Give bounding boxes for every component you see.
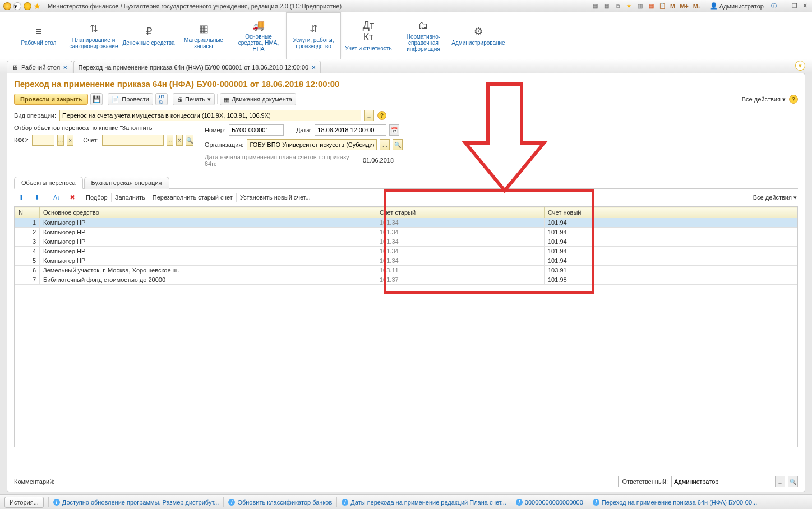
post-button[interactable]: 📄Провести	[108, 93, 153, 105]
select-icon[interactable]: …	[57, 135, 64, 146]
section-services[interactable]: ⇵Услуги, работы, производство	[286, 12, 341, 59]
app-logo-icon[interactable]	[3, 2, 11, 10]
close-button[interactable]: ✕	[801, 2, 809, 10]
org-input[interactable]	[247, 139, 377, 150]
tab-close-icon[interactable]: ×	[312, 64, 315, 71]
table-row[interactable]: 2Компьютер HP101.34101.94	[15, 228, 797, 237]
sb-item[interactable]: 00000000000000000	[525, 499, 583, 506]
sb-item[interactable]: Даты перехода на применение редакций Пла…	[350, 499, 506, 506]
refill-link[interactable]: Перезаполнить старый счет	[153, 194, 233, 201]
nav-stop-icon[interactable]	[24, 2, 31, 10]
col-os[interactable]: Основное средство	[40, 207, 376, 218]
col-n[interactable]: N	[15, 207, 40, 218]
memory-mplus-button[interactable]: M+	[679, 3, 690, 10]
table-row[interactable]: 7Библиотечный фонд стоимостью до 2000010…	[15, 275, 797, 285]
select-icon[interactable]: …	[775, 476, 785, 487]
doc-tabs: 🖥 Рабочий стол × Переход на применение п…	[0, 59, 812, 73]
table-row[interactable]: 1Компьютер HP101.34101.94	[15, 218, 797, 228]
tab-desktop[interactable]: 🖥 Рабочий стол ×	[7, 61, 72, 73]
section-admin[interactable]: ⚙Администрирование	[451, 12, 506, 59]
comment-label: Комментарий:	[14, 478, 54, 485]
arrow-up-icon[interactable]: ⬆	[15, 191, 27, 203]
toolbar-icon-4[interactable]: ▥	[635, 2, 644, 11]
toolbar-star-icon[interactable]: ★	[624, 2, 633, 11]
maximize-button[interactable]: ❐	[791, 2, 799, 10]
col-sn[interactable]: Счет новый	[545, 207, 797, 218]
expand-down-icon[interactable]: ▾	[795, 61, 805, 71]
section-cash[interactable]: ₽Денежные средства	[121, 12, 176, 59]
dtkt-icon[interactable]: ДтКт	[155, 93, 168, 105]
section-assets[interactable]: 🚚Основные средства, НМА, НПА	[231, 12, 286, 59]
kfo-input[interactable]	[32, 135, 54, 146]
history-button[interactable]: История...	[4, 497, 44, 508]
section-planning[interactable]: ⇅Планирование и санкционирование	[66, 12, 121, 59]
select-link[interactable]: Подбор	[86, 194, 108, 201]
table-all-actions[interactable]: Все действия ▾	[753, 194, 797, 201]
minimize-button[interactable]: –	[781, 2, 788, 10]
objects-table[interactable]: N Основное средство Счет старый Счет нов…	[14, 206, 798, 447]
toolbar-calendar-icon[interactable]: 📋	[658, 2, 667, 11]
number-input[interactable]	[229, 124, 284, 136]
titlebar-right: ▦ ▦ ⧉ ★ ▥ ▦ 📋 M M+ M- 👤 Администратор ⓘ …	[590, 2, 809, 11]
operation-input[interactable]	[59, 110, 361, 121]
search-icon[interactable]: 🔍	[393, 139, 403, 150]
section-label: Денежные средства	[122, 40, 174, 46]
save-icon[interactable]: 💾	[90, 93, 103, 105]
setnew-link[interactable]: Установить новый счет...	[240, 194, 311, 201]
favorite-icon[interactable]: ★	[34, 2, 41, 11]
toolbar-icon-3[interactable]: ⧉	[613, 2, 622, 11]
table-row[interactable]: 3Компьютер HP101.34101.94	[15, 237, 797, 247]
toolbar-icon-2[interactable]: ▦	[602, 2, 611, 11]
calendar-icon[interactable]: 📅	[389, 124, 399, 136]
hint-icon[interactable]: ?	[377, 111, 386, 120]
cell-os: Компьютер HP	[40, 247, 376, 256]
comment-input[interactable]	[58, 476, 619, 487]
cell-sn: 101.98	[545, 275, 797, 285]
sb-item[interactable]: Переход на применение приказа 64н (НФА) …	[602, 499, 757, 506]
search-icon[interactable]: 🔍	[186, 135, 193, 146]
section-reports[interactable]: ДтКтУчет и отчетность	[341, 12, 396, 59]
sort-icon[interactable]: A↓	[50, 191, 63, 203]
tab-document[interactable]: Переход на применение приказа 64н (НФА) …	[73, 61, 321, 73]
table-row[interactable]: 4Компьютер HP101.34101.94	[15, 247, 797, 256]
date-input[interactable]	[315, 124, 386, 136]
section-reference[interactable]: 🗂Нормативно-справочная информация	[396, 12, 451, 59]
memory-m-button[interactable]: M	[669, 3, 676, 10]
tab-accounting[interactable]: Бухгалтерская операция	[84, 177, 169, 189]
tab-label: Переход на применение приказа 64н (НФА) …	[79, 64, 309, 71]
arrow-down-icon[interactable]: ⬇	[31, 191, 43, 203]
section-desktop[interactable]: ≡Рабочий стол	[11, 12, 66, 59]
print-button[interactable]: 🖨Печать▾	[173, 93, 215, 105]
sb-item[interactable]: Доступно обновление программы. Размер ди…	[62, 499, 219, 506]
search-icon[interactable]: 🔍	[788, 476, 798, 487]
form-body: Переход на применение приказа 64н (НФА) …	[7, 73, 805, 492]
toolbar-calc-icon[interactable]: ▦	[647, 2, 656, 11]
dropdown-icon[interactable]: ▾	[13, 2, 21, 10]
fill-link[interactable]: Заполнить	[115, 194, 145, 201]
select-icon[interactable]: …	[380, 139, 390, 150]
cell-so: 101.34	[376, 228, 545, 237]
clear-icon[interactable]: ×	[67, 135, 73, 146]
responsible-input[interactable]	[671, 476, 772, 487]
delete-icon[interactable]: ✖	[66, 191, 79, 203]
table-row[interactable]: 6Земельный участок, г. Москва, Хорошевск…	[15, 266, 797, 275]
help-icon[interactable]: ?	[789, 95, 798, 104]
select-icon[interactable]: …	[364, 110, 374, 121]
memory-mminus-button[interactable]: M-	[692, 3, 702, 10]
info-icon[interactable]: ⓘ	[769, 2, 778, 11]
section-materials[interactable]: ▦Материальные запасы	[176, 12, 231, 59]
table-row[interactable]: 5Компьютер HP101.34101.94	[15, 256, 797, 266]
tab-close-icon[interactable]: ×	[63, 64, 67, 71]
cell-n: 2	[15, 228, 40, 237]
window-title: Министерство финансов / Бухгалтерия госу…	[48, 3, 342, 10]
sb-item[interactable]: Обновить классификатор банков	[237, 499, 332, 506]
account-input[interactable]	[102, 135, 164, 146]
tab-objects[interactable]: Объекты переноса	[14, 177, 83, 189]
clear-icon[interactable]: ×	[176, 135, 183, 146]
movements-button[interactable]: ▦Движения документа	[220, 93, 296, 105]
post-and-close-button[interactable]: Провести и закрыть	[14, 94, 88, 105]
all-actions-button[interactable]: Все действия ▾	[742, 96, 786, 103]
select-icon[interactable]: …	[167, 135, 173, 146]
toolbar-icon-1[interactable]: ▦	[590, 2, 599, 11]
col-so[interactable]: Счет старый	[376, 207, 545, 218]
